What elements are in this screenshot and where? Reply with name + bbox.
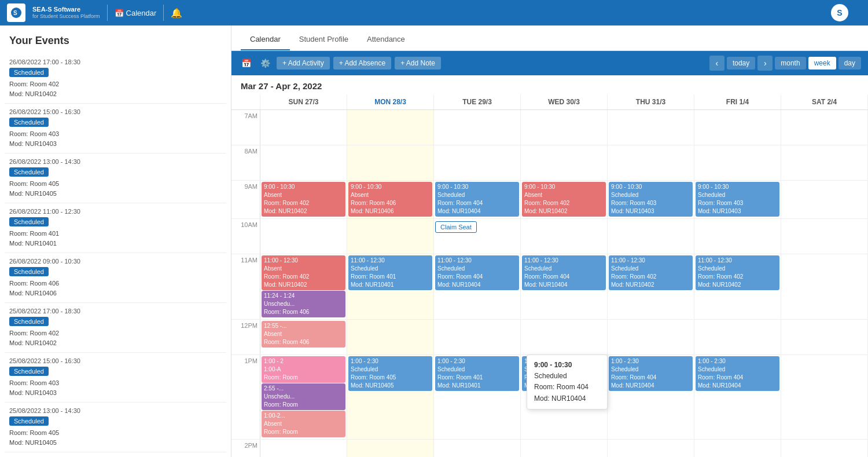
add-note-button[interactable]: + Add Note (395, 57, 441, 70)
event-room: Room: Room 404 (437, 199, 517, 207)
calendar-event[interactable]: 1:00 - 21:00-ARoom: Room (262, 356, 345, 383)
time-cell: 9:00 - 10:30ScheduledRoom: Room 403Mod: … (694, 181, 781, 218)
sidebar-item[interactable]: 26/08/2022 09:00 - 10:30 Scheduled Room:… (5, 253, 226, 303)
sidebar-item-badge: Scheduled (9, 118, 49, 127)
time-cell: 1:00 - 2:30ScheduledRoom: Room 401Mod: N… (434, 355, 521, 439)
event-status: Scheduled (698, 365, 777, 374)
sidebar-item-badge: Scheduled (9, 68, 49, 77)
time-label: 12PM (231, 320, 260, 354)
calendar-event[interactable]: 11:00 - 12:30ScheduledRoom: Room 402Mod:… (609, 255, 693, 290)
event-time: 9:00 - 10:30 (524, 183, 604, 191)
calendar-event[interactable]: 2:55 -...Unschedu...Room: Room (262, 383, 345, 410)
sidebar-item[interactable]: 26/08/2022 11:00 - 12:30 Scheduled Room:… (5, 203, 226, 253)
tab-attendance[interactable]: Attendance (358, 29, 414, 50)
tooltip-mod: Mod: NUR10404 (534, 393, 600, 404)
sidebar-item-date: 26/08/2022 09:00 - 10:30 (9, 258, 222, 265)
event-status: Scheduled (698, 265, 777, 273)
calendar-event[interactable]: 1:00 - 2:30ScheduledRoom: Room 405Mod: N… (348, 356, 432, 391)
add-activity-button[interactable]: + Add Activity (277, 57, 330, 70)
time-cell: 9:00 - 10:30ScheduledRoom: Room 403Mod: … (608, 181, 694, 218)
event-time: 11:00 - 12:30 (264, 257, 343, 265)
nav-calendar[interactable]: 📅 Calendar (115, 9, 157, 17)
avatar[interactable]: S (831, 4, 848, 21)
time-cell (608, 320, 694, 354)
bell-icon[interactable]: 🔔 (171, 8, 182, 19)
time-cell (781, 145, 868, 180)
tooltip-status: Scheduled (534, 371, 600, 382)
event-mod: Mod: NUR10404 (524, 281, 604, 289)
sidebar-item[interactable]: 26/08/2022 17:00 - 18:30 Scheduled Room:… (5, 54, 226, 104)
week-view-button[interactable]: week (808, 57, 836, 70)
event-status: Absent (351, 191, 430, 199)
calendar-event[interactable]: 11:00 - 12:30ScheduledRoom: Room 404Mod:… (435, 255, 519, 290)
sidebar-item[interactable]: 25/08/2022 15:00 - 16:30 Scheduled Room:… (5, 353, 226, 403)
time-cell (781, 110, 868, 145)
add-absence-button[interactable]: + Add Absence (333, 57, 391, 70)
event-room: Room: Room 401 (351, 273, 430, 281)
logo-icon: S (7, 3, 25, 22)
sidebar-item-badge: Scheduled (9, 367, 49, 376)
claim-seat-button[interactable]: Claim Seat (435, 221, 477, 233)
event-room: Room: Room 406 (264, 338, 343, 346)
tab-student-profile[interactable]: Student Profile (290, 29, 358, 50)
col-header-sun27/3: SUN 27/3 (260, 94, 347, 109)
calendar-event[interactable]: 12:55 -...AbsentRoom: Room 406 (262, 321, 345, 348)
month-view-button[interactable]: month (775, 57, 806, 70)
time-cell (521, 219, 608, 254)
time-cell (521, 440, 608, 457)
today-button[interactable]: today (727, 57, 755, 70)
time-label: 10AM (231, 219, 260, 254)
header-divider-2 (163, 5, 164, 21)
calendar-event[interactable]: 1:00 - 2:30ScheduledRoom: Room 404Mod: N… (696, 356, 779, 391)
sidebar: Your Events 26/08/2022 17:00 - 18:30 Sch… (0, 25, 231, 457)
calendar-event[interactable]: 11:00 - 12:30ScheduledRoom: Room 402Mod:… (696, 255, 779, 290)
event-mod: Mod: NUR10404 (437, 281, 517, 289)
event-status: Scheduled (611, 191, 690, 199)
time-cell (694, 440, 781, 457)
sidebar-item-detail: Room: Room 405Mod: NUR10405 (9, 428, 222, 447)
logo-title: SEA-S Software (32, 6, 100, 13)
tab-calendar[interactable]: Calendar (241, 29, 290, 50)
time-cell: 11:00 - 12:30ScheduledRoom: Room 401Mod:… (347, 254, 434, 319)
time-cell (608, 219, 694, 254)
calendar-event[interactable]: 9:00 - 10:30ScheduledRoom: Room 403Mod: … (609, 182, 693, 217)
time-cell (347, 320, 434, 354)
calendar-event[interactable]: 11:00 - 12:30ScheduledRoom: Room 401Mod:… (348, 255, 432, 290)
calendar-event[interactable]: 11:00 - 12:30ScheduledRoom: Room 404Mod:… (522, 255, 606, 290)
sidebar-item[interactable]: 26/08/2022 13:00 - 14:30 Scheduled Room:… (5, 153, 226, 203)
sidebar-item[interactable]: 25/08/2022 17:00 - 18:30 Scheduled Room:… (5, 303, 226, 353)
event-time: 11:24 - 1:24 (264, 292, 343, 300)
event-room: Room: Room 404 (437, 273, 517, 281)
calendar-event[interactable]: 1:00 - 2:30ScheduledRoom: Room 404Mod: N… (609, 356, 693, 391)
day-view-button[interactable]: day (838, 57, 861, 70)
prev-button[interactable]: ‹ (709, 56, 724, 71)
event-room: Room: Room 403 (698, 199, 777, 207)
event-mod: Mod: NUR10403 (698, 207, 777, 215)
calendar-event[interactable]: 9:00 - 10:30AbsentRoom: Room 402Mod: NUR… (262, 182, 345, 217)
calendar-event[interactable]: 11:24 - 1:24Unschedu...Room: Room 406 (262, 291, 345, 317)
event-time: 11:00 - 12:30 (698, 257, 777, 265)
event-time: 9:00 - 10:30 (698, 183, 777, 191)
sidebar-item-date: 26/08/2022 17:00 - 18:30 (9, 59, 222, 65)
sidebar-item[interactable]: 26/08/2022 15:00 - 16:30 Scheduled Room:… (5, 104, 226, 153)
calendar-event[interactable]: 9:00 - 10:30ScheduledRoom: Room 403Mod: … (696, 182, 779, 217)
calendar-event[interactable]: 9:00 - 10:30ScheduledRoom: Room 404Mod: … (435, 182, 519, 217)
calendar-event[interactable]: 9:00 - 10:30AbsentRoom: Room 406Mod: NUR… (348, 182, 432, 217)
tooltip-time: 9:00 - 10:30 (534, 360, 600, 371)
calendar-event[interactable]: 1:00-2...AbsentRoom: Room (262, 411, 345, 437)
time-cell (608, 110, 694, 145)
time-label: 11AM (231, 254, 260, 319)
time-cell: 9:00 - 10:30 Scheduled Room: Room 404 Mo… (521, 320, 608, 354)
time-row: 7AM (231, 110, 868, 145)
calendar-event[interactable]: 1:00 - 2:30ScheduledRoom: Room 401Mod: N… (435, 356, 519, 391)
sidebar-item[interactable]: 25/08/2022 13:00 - 14:30 Scheduled Room:… (5, 403, 226, 452)
time-cell (781, 181, 868, 218)
settings-icon[interactable]: ⚙️ (258, 57, 273, 70)
time-cell: 1:00 - 21:00-ARoom: Room2:55 -...Unsched… (260, 355, 347, 439)
calendar-event[interactable]: 11:00 - 12:30AbsentRoom: Room 402Mod: NU… (262, 255, 345, 290)
calendar-event[interactable]: 9:00 - 10:30AbsentRoom: Room 402Mod: NUR… (522, 182, 606, 217)
next-button[interactable]: › (757, 56, 773, 71)
time-label: 7AM (231, 110, 260, 145)
time-cell (694, 145, 781, 180)
calendar-toolbar-icon[interactable]: 📅 (238, 57, 254, 70)
